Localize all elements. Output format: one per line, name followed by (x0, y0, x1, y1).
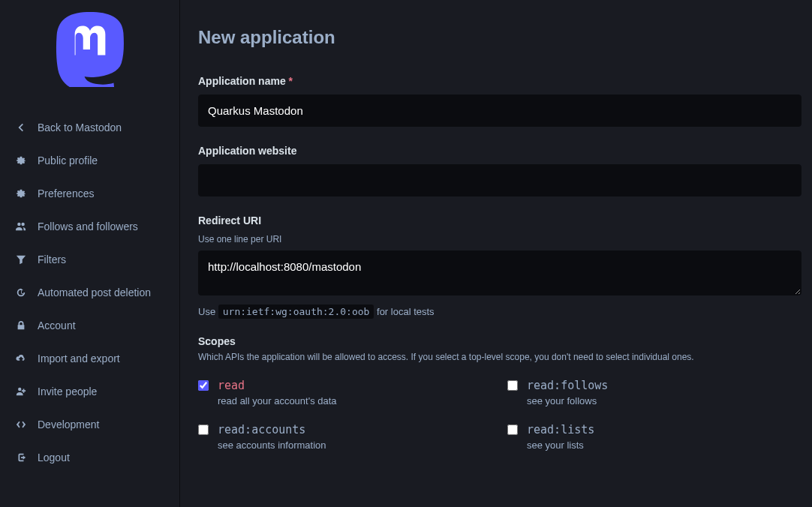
scope-desc: see accounts information (218, 440, 326, 451)
gear-icon (15, 188, 27, 200)
scope-desc: read all your account's data (218, 395, 337, 406)
redirect-uri-hint: Use one line per URI (198, 234, 801, 244)
scopes-hint: Which APIs the application will be allow… (198, 352, 801, 362)
label-text: Application name (198, 75, 286, 87)
nav-label: Account (38, 320, 76, 332)
main-content: New application Application name * Appli… (180, 0, 812, 507)
scope-read: read read all your account's data (198, 379, 492, 406)
nav-label: Preferences (38, 188, 94, 200)
scopes-grid: read read all your account's data read:f… (198, 379, 801, 451)
nav-preferences[interactable]: Preferences (0, 177, 179, 210)
nav-label: Follows and followers (38, 220, 138, 232)
scope-body: read:accounts see accounts information (218, 423, 326, 451)
app-name-input[interactable] (198, 94, 801, 127)
nav-label: Automated post deletion (38, 286, 151, 298)
oob-post: for local tests (374, 306, 434, 317)
nav-invite-people[interactable]: Invite people (0, 375, 179, 408)
redirect-uri-label: Redirect URI (198, 214, 801, 226)
oob-pre: Use (198, 306, 218, 317)
nav-logout[interactable]: Logout (0, 441, 179, 474)
scope-read-lists-checkbox[interactable] (507, 424, 518, 435)
nav-import-export[interactable]: Import and export (0, 342, 179, 375)
nav-public-profile[interactable]: Public profile (0, 144, 179, 177)
nav-automated-deletion[interactable]: Automated post deletion (0, 276, 179, 309)
code-icon (15, 418, 27, 430)
app-website-label: Application website (198, 145, 801, 157)
lock-icon (15, 320, 27, 332)
nav-label: Filters (38, 254, 66, 266)
scope-read-checkbox[interactable] (198, 380, 209, 391)
nav-label: Public profile (38, 154, 98, 166)
app-website-input[interactable] (198, 164, 801, 196)
scope-read-accounts-checkbox[interactable] (198, 424, 209, 435)
nav-label: Import and export (38, 352, 120, 364)
nav-label: Invite people (38, 386, 97, 398)
scope-read-follows-checkbox[interactable] (507, 380, 518, 391)
scope-name: read (218, 379, 337, 392)
scope-read-accounts: read:accounts see accounts information (198, 423, 492, 451)
mastodon-logo-icon (55, 12, 125, 87)
redirect-uri-textarea[interactable] (198, 250, 801, 296)
sign-out-icon (15, 452, 27, 464)
field-redirect-uri: Redirect URI Use one line per URI Use ur… (198, 214, 801, 317)
nav-back-to-mastodon[interactable]: Back to Mastodon (0, 111, 179, 144)
nav-development[interactable]: Development (0, 408, 179, 441)
scope-desc: see your lists (527, 440, 594, 451)
required-marker: * (289, 75, 293, 87)
oob-hint: Use urn:ietf:wg:oauth:2.0:oob for local … (198, 306, 801, 317)
users-icon (15, 220, 27, 232)
nav-account[interactable]: Account (0, 309, 179, 342)
chevron-left-icon (15, 122, 27, 134)
scope-body: read:follows see your follows (527, 379, 608, 406)
oob-code: urn:ietf:wg:oauth:2.0:oob (218, 304, 374, 319)
scope-name: read:lists (527, 423, 594, 436)
user-plus-icon (15, 386, 27, 398)
field-app-website: Application website (198, 145, 801, 196)
gear-icon (15, 154, 27, 166)
scope-read-lists: read:lists see your lists (507, 423, 801, 451)
scope-desc: see your follows (527, 395, 608, 406)
cloud-download-icon (15, 352, 27, 364)
scope-name: read:follows (527, 379, 608, 392)
page-title: New application (198, 27, 801, 48)
nav-label: Development (38, 418, 100, 430)
logo-wrap (0, 12, 179, 111)
scope-read-follows: read:follows see your follows (507, 379, 801, 406)
nav-label: Back to Mastodon (38, 122, 122, 134)
sidebar: Back to Mastodon Public profile Preferen… (0, 0, 180, 507)
nav-filters[interactable]: Filters (0, 243, 179, 276)
scope-body: read read all your account's data (218, 379, 337, 406)
history-icon (15, 286, 27, 298)
filter-icon (15, 254, 27, 266)
scopes-label: Scopes (198, 335, 801, 347)
scope-name: read:accounts (218, 423, 326, 436)
field-scopes: Scopes Which APIs the application will b… (198, 335, 801, 451)
field-app-name: Application name * (198, 75, 801, 127)
app-name-label: Application name * (198, 75, 801, 87)
scope-body: read:lists see your lists (527, 423, 594, 451)
nav-label: Logout (38, 452, 70, 464)
nav-follows-followers[interactable]: Follows and followers (0, 210, 179, 243)
